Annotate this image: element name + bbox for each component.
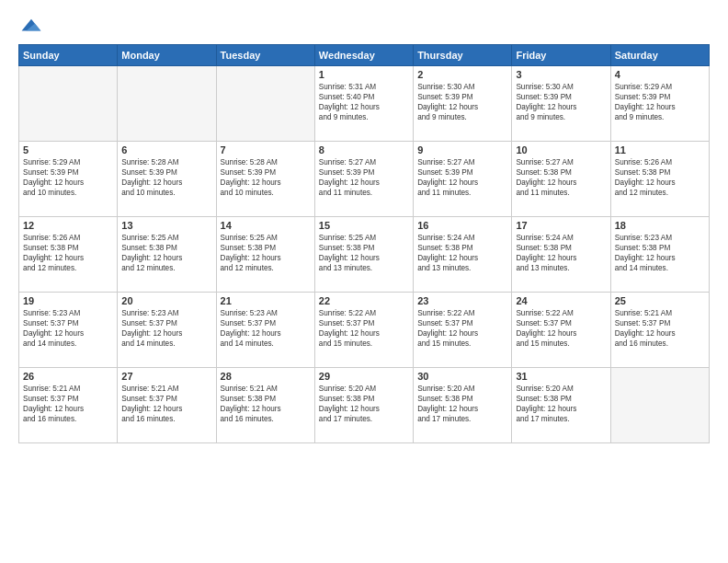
day-number: 22 xyxy=(319,295,409,306)
calendar-cell: 25Sunrise: 5:21 AM Sunset: 5:37 PM Dayli… xyxy=(610,293,709,368)
day-number: 26 xyxy=(23,371,113,382)
weekday-header-friday: Friday xyxy=(512,45,610,66)
day-number: 5 xyxy=(23,144,113,155)
cell-details: Sunrise: 5:22 AM Sunset: 5:37 PM Dayligh… xyxy=(319,308,409,349)
cell-details: Sunrise: 5:23 AM Sunset: 5:37 PM Dayligh… xyxy=(221,308,311,349)
calendar-cell: 24Sunrise: 5:22 AM Sunset: 5:37 PM Dayli… xyxy=(512,293,610,368)
page: SundayMondayTuesdayWednesdayThursdayFrid… xyxy=(0,0,728,563)
cell-details: Sunrise: 5:26 AM Sunset: 5:38 PM Dayligh… xyxy=(615,157,705,198)
day-number: 17 xyxy=(516,220,606,231)
day-number: 12 xyxy=(23,220,113,231)
calendar-cell: 30Sunrise: 5:20 AM Sunset: 5:38 PM Dayli… xyxy=(414,368,512,443)
calendar-cell: 11Sunrise: 5:26 AM Sunset: 5:38 PM Dayli… xyxy=(610,142,709,217)
cell-details: Sunrise: 5:24 AM Sunset: 5:38 PM Dayligh… xyxy=(516,233,606,273)
calendar-cell: 10Sunrise: 5:27 AM Sunset: 5:38 PM Dayli… xyxy=(512,142,610,217)
calendar-cell: 15Sunrise: 5:25 AM Sunset: 5:38 PM Dayli… xyxy=(314,217,413,293)
calendar-cell: 29Sunrise: 5:20 AM Sunset: 5:38 PM Dayli… xyxy=(314,368,413,443)
cell-details: Sunrise: 5:26 AM Sunset: 5:38 PM Dayligh… xyxy=(23,233,113,273)
cell-details: Sunrise: 5:28 AM Sunset: 5:39 PM Dayligh… xyxy=(121,157,211,198)
calendar-cell: 26Sunrise: 5:21 AM Sunset: 5:37 PM Dayli… xyxy=(19,368,118,443)
calendar-cell: 6Sunrise: 5:28 AM Sunset: 5:39 PM Daylig… xyxy=(118,142,216,217)
calendar-cell xyxy=(19,66,118,142)
calendar-cell: 7Sunrise: 5:28 AM Sunset: 5:39 PM Daylig… xyxy=(216,142,314,217)
day-number: 11 xyxy=(615,144,705,155)
calendar-cell: 1Sunrise: 5:31 AM Sunset: 5:40 PM Daylig… xyxy=(314,66,413,142)
calendar-week-row: 12Sunrise: 5:26 AM Sunset: 5:38 PM Dayli… xyxy=(19,217,710,293)
cell-details: Sunrise: 5:20 AM Sunset: 5:38 PM Dayligh… xyxy=(417,384,507,424)
cell-details: Sunrise: 5:21 AM Sunset: 5:37 PM Dayligh… xyxy=(121,384,211,424)
cell-details: Sunrise: 5:20 AM Sunset: 5:38 PM Dayligh… xyxy=(516,384,606,424)
cell-details: Sunrise: 5:25 AM Sunset: 5:38 PM Dayligh… xyxy=(121,233,211,273)
cell-details: Sunrise: 5:27 AM Sunset: 5:39 PM Dayligh… xyxy=(319,157,409,198)
calendar-cell xyxy=(610,368,709,443)
calendar-table: SundayMondayTuesdayWednesdayThursdayFrid… xyxy=(18,44,710,443)
calendar-cell xyxy=(216,66,314,142)
weekday-header-thursday: Thursday xyxy=(414,45,512,66)
cell-details: Sunrise: 5:25 AM Sunset: 5:38 PM Dayligh… xyxy=(221,233,311,273)
cell-details: Sunrise: 5:30 AM Sunset: 5:39 PM Dayligh… xyxy=(516,82,606,122)
cell-details: Sunrise: 5:29 AM Sunset: 5:39 PM Dayligh… xyxy=(615,82,705,122)
logo xyxy=(18,17,42,35)
cell-details: Sunrise: 5:29 AM Sunset: 5:39 PM Dayligh… xyxy=(23,157,113,198)
calendar-cell xyxy=(118,66,216,142)
day-number: 25 xyxy=(615,295,705,306)
day-number: 1 xyxy=(319,69,409,80)
cell-details: Sunrise: 5:22 AM Sunset: 5:37 PM Dayligh… xyxy=(516,308,606,349)
calendar-cell: 12Sunrise: 5:26 AM Sunset: 5:38 PM Dayli… xyxy=(19,217,118,293)
day-number: 4 xyxy=(615,69,705,80)
cell-details: Sunrise: 5:24 AM Sunset: 5:38 PM Dayligh… xyxy=(417,233,507,273)
day-number: 30 xyxy=(417,371,507,382)
day-number: 10 xyxy=(516,144,606,155)
calendar-cell: 5Sunrise: 5:29 AM Sunset: 5:39 PM Daylig… xyxy=(19,142,118,217)
calendar-week-row: 1Sunrise: 5:31 AM Sunset: 5:40 PM Daylig… xyxy=(19,66,710,142)
cell-details: Sunrise: 5:21 AM Sunset: 5:37 PM Dayligh… xyxy=(615,308,705,349)
cell-details: Sunrise: 5:23 AM Sunset: 5:38 PM Dayligh… xyxy=(615,233,705,273)
cell-details: Sunrise: 5:27 AM Sunset: 5:39 PM Dayligh… xyxy=(417,157,507,198)
calendar-cell: 27Sunrise: 5:21 AM Sunset: 5:37 PM Dayli… xyxy=(118,368,216,443)
calendar-week-row: 5Sunrise: 5:29 AM Sunset: 5:39 PM Daylig… xyxy=(19,142,710,217)
day-number: 28 xyxy=(221,371,311,382)
calendar-cell: 8Sunrise: 5:27 AM Sunset: 5:39 PM Daylig… xyxy=(314,142,413,217)
day-number: 9 xyxy=(417,144,507,155)
cell-details: Sunrise: 5:21 AM Sunset: 5:37 PM Dayligh… xyxy=(23,384,113,424)
day-number: 20 xyxy=(121,295,211,306)
calendar-week-row: 19Sunrise: 5:23 AM Sunset: 5:37 PM Dayli… xyxy=(19,293,710,368)
weekday-header-wednesday: Wednesday xyxy=(314,45,413,66)
day-number: 7 xyxy=(221,144,311,155)
calendar-cell: 20Sunrise: 5:23 AM Sunset: 5:37 PM Dayli… xyxy=(118,293,216,368)
day-number: 3 xyxy=(516,69,606,80)
day-number: 2 xyxy=(417,69,507,80)
weekday-header-row: SundayMondayTuesdayWednesdayThursdayFrid… xyxy=(19,45,710,66)
calendar-cell: 31Sunrise: 5:20 AM Sunset: 5:38 PM Dayli… xyxy=(512,368,610,443)
calendar-cell: 16Sunrise: 5:24 AM Sunset: 5:38 PM Dayli… xyxy=(414,217,512,293)
calendar-cell: 18Sunrise: 5:23 AM Sunset: 5:38 PM Dayli… xyxy=(610,217,709,293)
day-number: 16 xyxy=(417,220,507,231)
calendar-cell: 3Sunrise: 5:30 AM Sunset: 5:39 PM Daylig… xyxy=(512,66,610,142)
day-number: 13 xyxy=(121,220,211,231)
logo-icon xyxy=(20,17,42,35)
day-number: 14 xyxy=(221,220,311,231)
weekday-header-saturday: Saturday xyxy=(610,45,709,66)
cell-details: Sunrise: 5:31 AM Sunset: 5:40 PM Dayligh… xyxy=(319,82,409,122)
day-number: 15 xyxy=(319,220,409,231)
calendar-week-row: 26Sunrise: 5:21 AM Sunset: 5:37 PM Dayli… xyxy=(19,368,710,443)
cell-details: Sunrise: 5:25 AM Sunset: 5:38 PM Dayligh… xyxy=(319,233,409,273)
cell-details: Sunrise: 5:28 AM Sunset: 5:39 PM Dayligh… xyxy=(221,157,311,198)
calendar-cell: 21Sunrise: 5:23 AM Sunset: 5:37 PM Dayli… xyxy=(216,293,314,368)
day-number: 18 xyxy=(615,220,705,231)
cell-details: Sunrise: 5:22 AM Sunset: 5:37 PM Dayligh… xyxy=(417,308,507,349)
calendar-cell: 19Sunrise: 5:23 AM Sunset: 5:37 PM Dayli… xyxy=(19,293,118,368)
day-number: 19 xyxy=(23,295,113,306)
day-number: 6 xyxy=(121,144,211,155)
weekday-header-sunday: Sunday xyxy=(19,45,118,66)
day-number: 29 xyxy=(319,371,409,382)
cell-details: Sunrise: 5:20 AM Sunset: 5:38 PM Dayligh… xyxy=(319,384,409,424)
weekday-header-monday: Monday xyxy=(118,45,216,66)
calendar-cell: 14Sunrise: 5:25 AM Sunset: 5:38 PM Dayli… xyxy=(216,217,314,293)
day-number: 23 xyxy=(417,295,507,306)
calendar-cell: 13Sunrise: 5:25 AM Sunset: 5:38 PM Dayli… xyxy=(118,217,216,293)
calendar-cell: 17Sunrise: 5:24 AM Sunset: 5:38 PM Dayli… xyxy=(512,217,610,293)
calendar-cell: 28Sunrise: 5:21 AM Sunset: 5:38 PM Dayli… xyxy=(216,368,314,443)
day-number: 8 xyxy=(319,144,409,155)
calendar-cell: 4Sunrise: 5:29 AM Sunset: 5:39 PM Daylig… xyxy=(610,66,709,142)
